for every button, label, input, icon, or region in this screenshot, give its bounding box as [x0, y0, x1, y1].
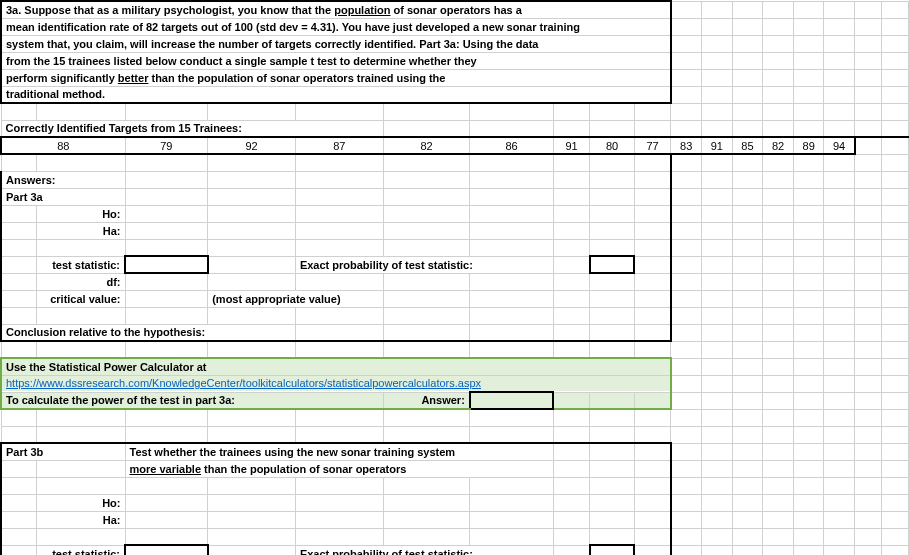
trainee-value[interactable]: 82	[763, 137, 794, 154]
part3a-label: Part 3a	[1, 188, 125, 205]
ha-label: Ha:	[37, 222, 125, 239]
trainee-value[interactable]: 82	[383, 137, 469, 154]
test-statistic-input-a[interactable]	[125, 256, 208, 273]
question-line-6: traditional method.	[1, 86, 671, 103]
ha-input-b[interactable]	[125, 511, 208, 528]
ho-input-b[interactable]	[125, 494, 208, 511]
trainee-value[interactable]: 92	[208, 137, 296, 154]
question-line-4: from the 15 trainees listed below conduc…	[1, 52, 671, 69]
question-line-1: 3a. Suppose that as a military psycholog…	[1, 1, 671, 18]
ha-input[interactable]	[125, 222, 208, 239]
spreadsheet-grid: 3a. Suppose that as a military psycholog…	[0, 0, 909, 555]
df-label: df:	[37, 273, 125, 290]
df-input-a[interactable]	[125, 273, 208, 290]
ho-label: Ho:	[37, 205, 125, 222]
answer-label: Answer:	[383, 392, 469, 409]
ho-label-b: Ho:	[37, 494, 125, 511]
power-answer-input[interactable]	[470, 392, 553, 409]
question-line-5: perform significantly better than the po…	[1, 69, 671, 86]
trainee-value[interactable]: 86	[470, 137, 553, 154]
answers-label: Answers:	[1, 171, 125, 188]
trainee-value[interactable]: 83	[671, 137, 702, 154]
trainee-value[interactable]: 80	[590, 137, 635, 154]
trainee-value[interactable]: 79	[125, 137, 208, 154]
critical-value-label: critical value:	[37, 290, 125, 307]
exact-prob-input-b[interactable]	[590, 545, 635, 555]
exact-prob-input-a[interactable]	[590, 256, 635, 273]
trainee-value[interactable]: 94	[824, 137, 855, 154]
ha-label-b: Ha:	[37, 511, 125, 528]
critical-value-input-a[interactable]	[125, 290, 208, 307]
trainee-data-row: 88 79 92 87 82 86 91 80 77 83 91 85 82 8…	[1, 137, 909, 154]
power-calc-label: Use the Statistical Power Calculator at	[1, 358, 671, 375]
question-line-3: system that, you claim, will increase th…	[1, 35, 671, 52]
power-calc-instruction: To calculate the power of the test in pa…	[1, 392, 383, 409]
trainee-value[interactable]: 88	[1, 137, 125, 154]
trainee-value[interactable]: 91	[701, 137, 732, 154]
test-statistic-label-b: test statistic:	[37, 545, 125, 555]
part3b-line2: more variable than the population of son…	[125, 460, 553, 477]
test-statistic-input-b[interactable]	[125, 545, 208, 555]
trainee-value[interactable]: 89	[793, 137, 824, 154]
most-appropriate-label: (most appropriate value)	[208, 290, 384, 307]
conclusion-label-a: Conclusion relative to the hypothesis:	[1, 324, 295, 341]
part3b-label: Part 3b	[1, 443, 125, 460]
power-calc-link[interactable]: https://www.dssresearch.com/KnowledgeCen…	[6, 377, 481, 389]
question-line-2: mean identification rate of 82 targets o…	[1, 18, 671, 35]
trainee-value[interactable]: 87	[295, 137, 383, 154]
trainee-value[interactable]: 85	[732, 137, 763, 154]
trainee-value[interactable]: 77	[634, 137, 671, 154]
data-header: Correctly Identified Targets from 15 Tra…	[1, 120, 383, 137]
exact-prob-label-b: Exact probability of test statistic:	[295, 545, 553, 555]
exact-prob-label: Exact probability of test statistic:	[295, 256, 553, 273]
trainee-value[interactable]: 91	[553, 137, 589, 154]
test-statistic-label: test statistic:	[37, 256, 125, 273]
part3b-line1: Test whether the trainees using the new …	[125, 443, 553, 460]
ho-input[interactable]	[125, 205, 208, 222]
